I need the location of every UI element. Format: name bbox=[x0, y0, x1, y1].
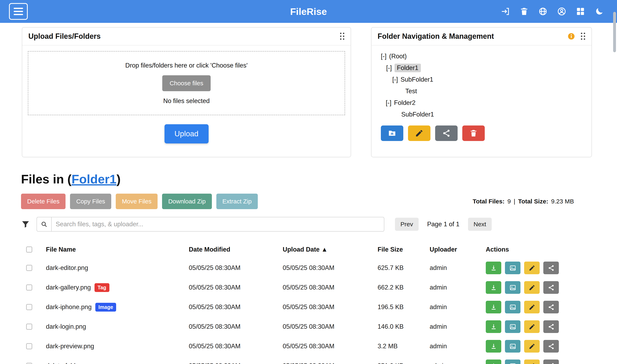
preview-image-icon[interactable] bbox=[505, 281, 520, 294]
prev-page-button[interactable]: Prev bbox=[395, 218, 419, 231]
delete-folder-button[interactable] bbox=[462, 126, 485, 141]
preview-image-icon[interactable] bbox=[505, 261, 520, 274]
share-icon[interactable] bbox=[543, 360, 559, 364]
download-icon[interactable] bbox=[486, 301, 501, 313]
row-checkbox[interactable] bbox=[26, 285, 32, 291]
no-files-text: No files selected bbox=[163, 97, 210, 105]
download-zip-button[interactable]: Download Zip bbox=[162, 194, 212, 209]
table-row: dark-editor.png 05/05/25 08:30AM 05/05/2… bbox=[21, 258, 596, 278]
rename-icon[interactable] bbox=[524, 340, 540, 352]
tree-item-folder1[interactable]: [-] Folder1 bbox=[381, 62, 582, 74]
download-icon[interactable] bbox=[486, 340, 501, 352]
table-row: dark-preview.png 05/05/25 08:30AM 05/05/… bbox=[21, 337, 596, 356]
tree-label[interactable]: Test bbox=[405, 88, 417, 95]
menu-icon[interactable] bbox=[9, 3, 28, 20]
trash-icon[interactable] bbox=[519, 7, 529, 16]
preview-image-icon[interactable] bbox=[505, 320, 520, 333]
share-icon[interactable] bbox=[543, 340, 559, 352]
tree-item-test[interactable]: Test bbox=[381, 85, 582, 97]
row-checkbox[interactable] bbox=[26, 304, 32, 310]
folder-nav-card: Folder Navigation & Management [-] (Root… bbox=[371, 27, 592, 157]
uploader: admin bbox=[430, 362, 486, 364]
choose-files-button[interactable]: Choose files bbox=[162, 75, 211, 91]
tree-item-subfolder1-2[interactable]: SubFolder1 bbox=[381, 109, 582, 120]
preview-image-icon[interactable] bbox=[505, 340, 520, 352]
file-name[interactable]: dark-login.png bbox=[46, 323, 86, 330]
share-folder-button[interactable] bbox=[435, 126, 458, 141]
copy-files-button[interactable]: Copy Files bbox=[70, 194, 111, 209]
move-files-button[interactable]: Move Files bbox=[116, 194, 158, 209]
drag-handle-icon[interactable] bbox=[340, 33, 344, 40]
tree-toggle[interactable]: [-] bbox=[392, 76, 398, 83]
header-file-name[interactable]: File Name bbox=[46, 246, 189, 253]
rename-icon[interactable] bbox=[524, 301, 540, 313]
globe-icon[interactable] bbox=[538, 7, 548, 16]
rename-folder-button[interactable] bbox=[408, 126, 431, 141]
share-icon[interactable] bbox=[543, 281, 559, 294]
tree-item-folder2[interactable]: [-] Folder2 bbox=[381, 97, 582, 109]
extract-zip-button[interactable]: Extract Zip bbox=[216, 194, 258, 209]
create-folder-button[interactable] bbox=[381, 126, 403, 141]
download-icon[interactable] bbox=[486, 360, 501, 364]
preview-image-icon[interactable] bbox=[505, 301, 520, 313]
next-page-button[interactable]: Next bbox=[468, 218, 492, 231]
files-section: Files in (Folder1) Delete Files Copy Fil… bbox=[0, 172, 617, 364]
uploader: admin bbox=[430, 343, 486, 350]
upload-date: 05/05/25 08:30AM bbox=[283, 284, 378, 291]
download-icon[interactable] bbox=[486, 261, 501, 274]
header-file-size[interactable]: File Size bbox=[378, 246, 430, 253]
row-checkbox[interactable] bbox=[26, 265, 32, 271]
date-modified: 05/05/25 08:30AM bbox=[189, 284, 283, 291]
tree-label[interactable]: (Root) bbox=[389, 53, 407, 60]
header-uploader[interactable]: Uploader bbox=[430, 246, 486, 253]
file-name[interactable]: dark-gallery.png bbox=[46, 284, 91, 291]
row-checkbox[interactable] bbox=[26, 324, 32, 330]
share-icon[interactable] bbox=[543, 301, 559, 313]
upload-button[interactable]: Upload bbox=[165, 124, 209, 143]
delete-files-button[interactable]: Delete Files bbox=[21, 194, 66, 209]
tree-label[interactable]: SubFolder1 bbox=[401, 76, 433, 83]
file-dropzone[interactable]: Drop files/folders here or click 'Choose… bbox=[28, 51, 345, 115]
row-checkbox[interactable] bbox=[26, 363, 32, 364]
rename-icon[interactable] bbox=[524, 320, 540, 333]
share-icon[interactable] bbox=[543, 261, 559, 274]
tree-label[interactable]: Folder2 bbox=[394, 99, 416, 106]
drag-handle-icon[interactable] bbox=[581, 33, 585, 40]
file-name[interactable]: dark-preview.png bbox=[46, 343, 94, 350]
rename-icon[interactable] bbox=[524, 360, 540, 364]
sign-out-icon[interactable] bbox=[501, 7, 510, 16]
search-row: Prev Page 1 of 1 Next bbox=[21, 217, 596, 232]
tree-label[interactable]: SubFolder1 bbox=[401, 111, 434, 118]
file-name[interactable]: dark-editor.png bbox=[46, 264, 88, 272]
file-name[interactable]: delete-folder.png bbox=[46, 362, 93, 364]
tree-item-subfolder1[interactable]: [-] SubFolder1 bbox=[381, 74, 582, 85]
rename-icon[interactable] bbox=[524, 261, 540, 274]
share-icon[interactable] bbox=[543, 320, 559, 333]
tree-toggle[interactable]: [-] bbox=[386, 64, 392, 72]
filter-icon[interactable] bbox=[21, 220, 30, 229]
scrollbar-thumb[interactable] bbox=[613, 12, 616, 52]
dark-mode-icon[interactable] bbox=[594, 7, 604, 16]
current-folder-link[interactable]: Folder1 bbox=[71, 172, 116, 186]
file-name[interactable]: dark-iphone.png bbox=[46, 303, 92, 311]
upload-date: 05/05/25 08:30AM bbox=[283, 343, 378, 350]
download-icon[interactable] bbox=[486, 320, 501, 333]
header-date-modified[interactable]: Date Modified bbox=[189, 246, 283, 253]
row-checkbox[interactable] bbox=[26, 343, 32, 349]
select-all-checkbox[interactable] bbox=[26, 247, 32, 253]
info-icon[interactable] bbox=[567, 32, 575, 40]
rename-icon[interactable] bbox=[524, 281, 540, 294]
tree-toggle[interactable]: [-] bbox=[381, 53, 387, 60]
download-icon[interactable] bbox=[486, 281, 501, 294]
tree-item-root[interactable]: [-] (Root) bbox=[381, 50, 582, 62]
upload-date: 05/05/25 08:30AM bbox=[283, 303, 378, 311]
search-icon[interactable] bbox=[37, 217, 51, 232]
tree-toggle[interactable]: [-] bbox=[386, 99, 392, 106]
grid-view-icon[interactable] bbox=[576, 7, 585, 16]
account-icon[interactable] bbox=[557, 7, 566, 16]
page-indicator: Page 1 of 1 bbox=[427, 221, 460, 228]
tree-label-selected[interactable]: Folder1 bbox=[394, 64, 421, 72]
search-input[interactable] bbox=[51, 217, 384, 232]
preview-image-icon[interactable] bbox=[505, 360, 520, 364]
header-upload-date[interactable]: Upload Date ▲ bbox=[283, 246, 378, 253]
